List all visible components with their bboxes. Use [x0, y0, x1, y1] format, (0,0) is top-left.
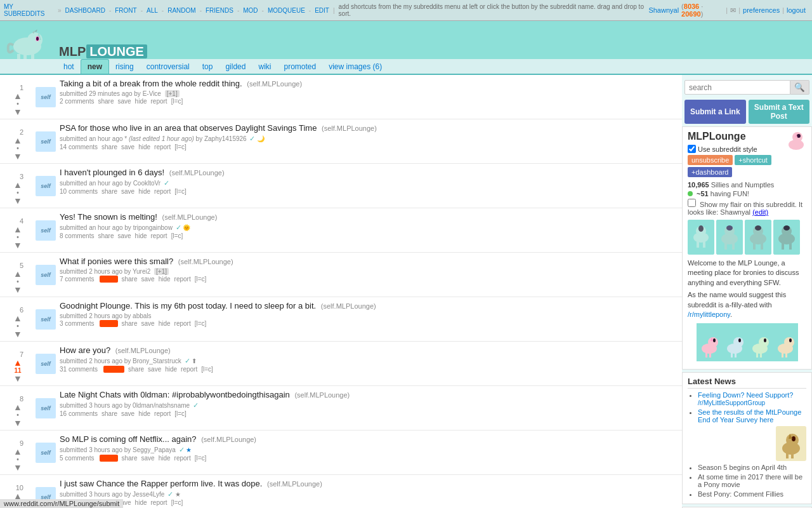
preferences-link[interactable]: preferences	[743, 6, 780, 14]
report-link[interactable]: report	[174, 276, 191, 283]
report-link[interactable]: report	[174, 455, 191, 462]
nav-edit[interactable]: EDIT	[315, 7, 329, 14]
save-link[interactable]: save	[141, 320, 155, 327]
report-link[interactable]: report	[151, 232, 167, 239]
upvote-button[interactable]: ▲	[13, 136, 22, 145]
save-link[interactable]: save	[121, 410, 134, 417]
save-link[interactable]: save	[141, 455, 155, 462]
post-title[interactable]: I haven't plounged in 6 days! (self.MLPL…	[60, 168, 678, 178]
post-title[interactable]: Goodnight Plounge. This is my 6th post t…	[60, 301, 678, 312]
downvote-button[interactable]: ▼	[13, 418, 22, 427]
post-title-link[interactable]: I just saw Chance the Rapper perform liv…	[60, 479, 262, 488]
upvote-button[interactable]: ▲	[13, 403, 22, 411]
submit-link-button[interactable]: Submit a Link	[684, 100, 746, 124]
upvote-button[interactable]: ▲	[13, 314, 22, 323]
nav-dashboard[interactable]: DASHBOARD	[65, 7, 105, 14]
hide-link[interactable]: hide	[138, 188, 150, 195]
share-link[interactable]: share	[102, 410, 117, 417]
post-author[interactable]: E-Vice	[143, 90, 161, 97]
news-link-1[interactable]: Feeling Down? Need Support?	[698, 391, 793, 399]
post-title[interactable]: So MLP is coming off Netflix... again? (…	[60, 434, 678, 445]
tab-top[interactable]: top	[196, 60, 219, 74]
downvote-button[interactable]: ▼	[13, 330, 22, 338]
upvote-button[interactable]: ▲	[13, 91, 22, 100]
post-author[interactable]: Seggy_Papaya	[133, 446, 176, 453]
post-title[interactable]: I just saw Chance the Rapper perform liv…	[60, 479, 678, 490]
tab-rising[interactable]: rising	[109, 60, 140, 74]
logout-link[interactable]: logout	[787, 6, 806, 14]
post-title[interactable]: Taking a bit of a break from the whole r…	[60, 79, 678, 90]
hide-link[interactable]: hide	[159, 320, 171, 327]
save-link[interactable]: save	[148, 366, 161, 373]
post-title[interactable]: Late Night Chats with 0ldman: #iprobably…	[60, 390, 678, 401]
post-title-link[interactable]: Yes! The snown is melting!	[60, 212, 157, 222]
shortcut-button[interactable]: +shortcut	[735, 155, 771, 165]
dashboard-button[interactable]: +dashboard	[688, 167, 732, 177]
nav-friends[interactable]: FRIENDS	[206, 7, 233, 14]
comments-link[interactable]: 3 comments	[60, 320, 94, 327]
search-input[interactable]	[684, 80, 790, 95]
submit-text-button[interactable]: Submit a Text Post	[749, 100, 810, 124]
comments-link[interactable]: 16 comments	[60, 410, 98, 417]
tab-controversial[interactable]: controversial	[140, 60, 196, 74]
subreddit-style-checkbox[interactable]	[688, 145, 696, 153]
post-title-link[interactable]: I haven't plounged in 6 days!	[60, 168, 164, 177]
hide-link[interactable]: hide	[135, 499, 147, 506]
news-sublink-1[interactable]: /r/MyLittleSupportGroup	[698, 399, 765, 406]
report-link[interactable]: report	[154, 188, 171, 195]
comments-link[interactable]: 31 comments	[60, 366, 98, 373]
hide-link[interactable]: hide	[159, 455, 171, 462]
post-title[interactable]: What if ponies were this small? (self.ML…	[60, 257, 678, 267]
comments-link[interactable]: 2 comments	[60, 98, 94, 105]
hide-link[interactable]: hide	[135, 98, 147, 105]
report-link[interactable]: report	[151, 98, 167, 105]
downvote-button[interactable]: ▼	[13, 152, 22, 161]
share-link[interactable]: share	[102, 144, 117, 150]
tab-new[interactable]: new	[81, 59, 109, 74]
downvote-button[interactable]: ▼	[13, 241, 22, 250]
downvote-button[interactable]: ▼	[13, 463, 22, 472]
save-link[interactable]: save	[121, 144, 134, 150]
post-title[interactable]: PSA for those who live in an area that o…	[60, 123, 678, 134]
share-link[interactable]: share	[122, 455, 138, 462]
upvote-button[interactable]: ▲	[13, 358, 22, 367]
mlp-link[interactable]: /r/mylittlepony	[688, 311, 730, 318]
comments-link[interactable]: 7 comments	[60, 276, 94, 283]
post-author[interactable]: CookltoVr	[133, 180, 161, 187]
share-link[interactable]: share	[98, 98, 114, 105]
comments-link[interactable]: 5 comments	[60, 455, 94, 462]
nav-mod[interactable]: MOD	[243, 7, 258, 14]
downvote-button[interactable]: ▼	[13, 107, 22, 116]
tab-hot[interactable]: hot	[57, 60, 81, 74]
hide-link[interactable]: hide	[159, 276, 171, 283]
share-link[interactable]: share	[122, 320, 138, 327]
username-link[interactable]: Shawnyal	[648, 6, 679, 14]
save-link[interactable]: save	[117, 232, 131, 239]
post-title-link[interactable]: Goodnight Plounge. This is my 6th post t…	[60, 301, 316, 311]
save-link[interactable]: save	[141, 276, 155, 283]
post-title-link[interactable]: So MLP is coming off Netflix... again?	[60, 434, 197, 444]
share-link[interactable]: share	[128, 366, 144, 373]
comments-link[interactable]: 14 comments	[60, 144, 98, 150]
share-link[interactable]: share	[122, 276, 138, 283]
post-author[interactable]: Jesse4Lyfe	[133, 491, 164, 498]
nav-front[interactable]: FRONT	[115, 7, 136, 14]
hide-link[interactable]: hide	[135, 232, 147, 239]
upvote-button[interactable]: ▲	[13, 180, 22, 189]
tab-gilded[interactable]: gilded	[219, 60, 252, 74]
post-title-link[interactable]: PSA for those who live in an area that o…	[60, 123, 317, 133]
report-link[interactable]: report	[154, 144, 171, 150]
comments-link[interactable]: 10 comments	[60, 188, 98, 195]
hide-link[interactable]: hide	[165, 366, 177, 373]
report-link[interactable]: report	[174, 320, 191, 327]
post-author[interactable]: Zaphy1415926	[204, 135, 247, 142]
flair-edit-link[interactable]: (edit)	[752, 208, 768, 216]
search-button[interactable]: 🔍	[790, 80, 809, 95]
unsubscribe-button[interactable]: unsubscribe	[688, 155, 733, 165]
tab-wiki[interactable]: wiki	[252, 60, 277, 74]
news-link-2[interactable]: See the results of the MtLPounge End of …	[698, 408, 801, 424]
post-title-link[interactable]: Late Night Chats with 0ldman: #iprobably…	[60, 390, 290, 399]
downvote-button[interactable]: ▼	[13, 374, 22, 383]
downvote-button[interactable]: ▼	[13, 285, 22, 294]
comments-link[interactable]: 8 comments	[60, 232, 94, 239]
